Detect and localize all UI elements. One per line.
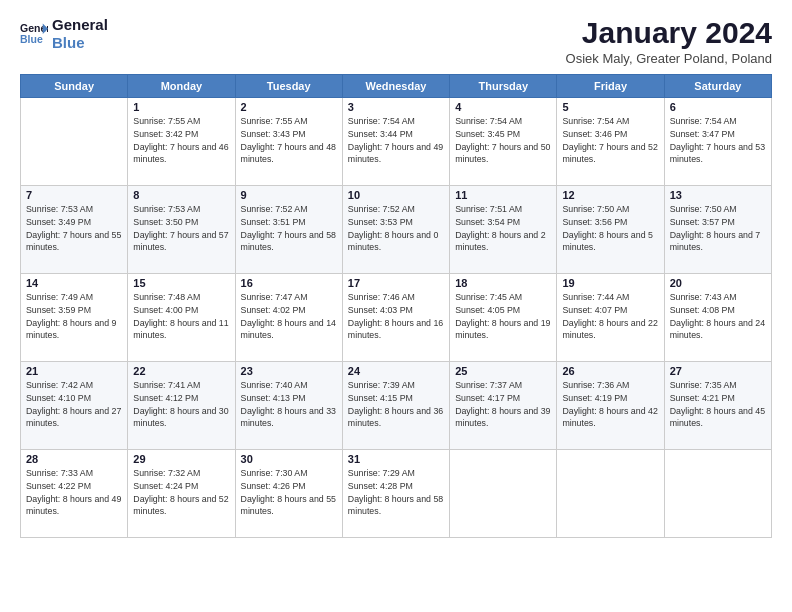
day-number: 9	[241, 189, 337, 201]
table-row	[664, 450, 771, 538]
table-row: 11Sunrise: 7:51 AMSunset: 3:54 PMDayligh…	[450, 186, 557, 274]
day-info: Sunrise: 7:50 AMSunset: 3:56 PMDaylight:…	[562, 203, 658, 254]
day-info: Sunrise: 7:39 AMSunset: 4:15 PMDaylight:…	[348, 379, 444, 430]
day-info: Sunrise: 7:33 AMSunset: 4:22 PMDaylight:…	[26, 467, 122, 518]
day-info: Sunrise: 7:49 AMSunset: 3:59 PMDaylight:…	[26, 291, 122, 342]
table-row: 24Sunrise: 7:39 AMSunset: 4:15 PMDayligh…	[342, 362, 449, 450]
header-tuesday: Tuesday	[235, 75, 342, 98]
table-row: 31Sunrise: 7:29 AMSunset: 4:28 PMDayligh…	[342, 450, 449, 538]
day-info: Sunrise: 7:45 AMSunset: 4:05 PMDaylight:…	[455, 291, 551, 342]
table-row: 18Sunrise: 7:45 AMSunset: 4:05 PMDayligh…	[450, 274, 557, 362]
day-number: 18	[455, 277, 551, 289]
table-row: 25Sunrise: 7:37 AMSunset: 4:17 PMDayligh…	[450, 362, 557, 450]
table-row: 2Sunrise: 7:55 AMSunset: 3:43 PMDaylight…	[235, 98, 342, 186]
table-row: 9Sunrise: 7:52 AMSunset: 3:51 PMDaylight…	[235, 186, 342, 274]
table-row: 27Sunrise: 7:35 AMSunset: 4:21 PMDayligh…	[664, 362, 771, 450]
table-row: 8Sunrise: 7:53 AMSunset: 3:50 PMDaylight…	[128, 186, 235, 274]
day-number: 15	[133, 277, 229, 289]
day-number: 3	[348, 101, 444, 113]
day-info: Sunrise: 7:41 AMSunset: 4:12 PMDaylight:…	[133, 379, 229, 430]
calendar-week-5: 28Sunrise: 7:33 AMSunset: 4:22 PMDayligh…	[21, 450, 772, 538]
day-info: Sunrise: 7:52 AMSunset: 3:53 PMDaylight:…	[348, 203, 444, 254]
table-row: 21Sunrise: 7:42 AMSunset: 4:10 PMDayligh…	[21, 362, 128, 450]
day-number: 26	[562, 365, 658, 377]
day-info: Sunrise: 7:37 AMSunset: 4:17 PMDaylight:…	[455, 379, 551, 430]
day-info: Sunrise: 7:53 AMSunset: 3:49 PMDaylight:…	[26, 203, 122, 254]
day-info: Sunrise: 7:40 AMSunset: 4:13 PMDaylight:…	[241, 379, 337, 430]
day-info: Sunrise: 7:50 AMSunset: 3:57 PMDaylight:…	[670, 203, 766, 254]
header: General Blue General Blue January 2024 O…	[20, 16, 772, 66]
day-number: 31	[348, 453, 444, 465]
calendar-week-1: 1Sunrise: 7:55 AMSunset: 3:42 PMDaylight…	[21, 98, 772, 186]
day-info: Sunrise: 7:43 AMSunset: 4:08 PMDaylight:…	[670, 291, 766, 342]
table-row: 7Sunrise: 7:53 AMSunset: 3:49 PMDaylight…	[21, 186, 128, 274]
table-row: 10Sunrise: 7:52 AMSunset: 3:53 PMDayligh…	[342, 186, 449, 274]
day-info: Sunrise: 7:52 AMSunset: 3:51 PMDaylight:…	[241, 203, 337, 254]
day-info: Sunrise: 7:32 AMSunset: 4:24 PMDaylight:…	[133, 467, 229, 518]
table-row	[557, 450, 664, 538]
day-number: 1	[133, 101, 229, 113]
day-number: 14	[26, 277, 122, 289]
table-row	[450, 450, 557, 538]
day-info: Sunrise: 7:54 AMSunset: 3:47 PMDaylight:…	[670, 115, 766, 166]
day-info: Sunrise: 7:46 AMSunset: 4:03 PMDaylight:…	[348, 291, 444, 342]
day-number: 16	[241, 277, 337, 289]
calendar-table: Sunday Monday Tuesday Wednesday Thursday…	[20, 74, 772, 538]
day-info: Sunrise: 7:42 AMSunset: 4:10 PMDaylight:…	[26, 379, 122, 430]
table-row: 22Sunrise: 7:41 AMSunset: 4:12 PMDayligh…	[128, 362, 235, 450]
day-number: 30	[241, 453, 337, 465]
day-info: Sunrise: 7:48 AMSunset: 4:00 PMDaylight:…	[133, 291, 229, 342]
day-info: Sunrise: 7:44 AMSunset: 4:07 PMDaylight:…	[562, 291, 658, 342]
calendar-title: January 2024	[566, 16, 772, 49]
table-row: 13Sunrise: 7:50 AMSunset: 3:57 PMDayligh…	[664, 186, 771, 274]
table-row: 19Sunrise: 7:44 AMSunset: 4:07 PMDayligh…	[557, 274, 664, 362]
header-monday: Monday	[128, 75, 235, 98]
table-row: 28Sunrise: 7:33 AMSunset: 4:22 PMDayligh…	[21, 450, 128, 538]
table-row: 29Sunrise: 7:32 AMSunset: 4:24 PMDayligh…	[128, 450, 235, 538]
calendar-week-2: 7Sunrise: 7:53 AMSunset: 3:49 PMDaylight…	[21, 186, 772, 274]
day-info: Sunrise: 7:54 AMSunset: 3:45 PMDaylight:…	[455, 115, 551, 166]
table-row: 17Sunrise: 7:46 AMSunset: 4:03 PMDayligh…	[342, 274, 449, 362]
table-row: 4Sunrise: 7:54 AMSunset: 3:45 PMDaylight…	[450, 98, 557, 186]
logo: General Blue General Blue	[20, 16, 108, 52]
day-number: 28	[26, 453, 122, 465]
day-info: Sunrise: 7:55 AMSunset: 3:43 PMDaylight:…	[241, 115, 337, 166]
table-row: 15Sunrise: 7:48 AMSunset: 4:00 PMDayligh…	[128, 274, 235, 362]
logo-text: General Blue	[52, 16, 108, 52]
logo-icon: General Blue	[20, 20, 48, 48]
header-saturday: Saturday	[664, 75, 771, 98]
table-row: 14Sunrise: 7:49 AMSunset: 3:59 PMDayligh…	[21, 274, 128, 362]
day-number: 8	[133, 189, 229, 201]
calendar-week-4: 21Sunrise: 7:42 AMSunset: 4:10 PMDayligh…	[21, 362, 772, 450]
day-number: 5	[562, 101, 658, 113]
day-number: 25	[455, 365, 551, 377]
day-number: 20	[670, 277, 766, 289]
day-number: 27	[670, 365, 766, 377]
day-number: 29	[133, 453, 229, 465]
day-info: Sunrise: 7:51 AMSunset: 3:54 PMDaylight:…	[455, 203, 551, 254]
day-number: 4	[455, 101, 551, 113]
day-number: 6	[670, 101, 766, 113]
table-row: 5Sunrise: 7:54 AMSunset: 3:46 PMDaylight…	[557, 98, 664, 186]
day-number: 7	[26, 189, 122, 201]
day-number: 22	[133, 365, 229, 377]
table-row: 16Sunrise: 7:47 AMSunset: 4:02 PMDayligh…	[235, 274, 342, 362]
day-number: 21	[26, 365, 122, 377]
day-info: Sunrise: 7:47 AMSunset: 4:02 PMDaylight:…	[241, 291, 337, 342]
header-wednesday: Wednesday	[342, 75, 449, 98]
table-row: 3Sunrise: 7:54 AMSunset: 3:44 PMDaylight…	[342, 98, 449, 186]
day-number: 19	[562, 277, 658, 289]
day-number: 2	[241, 101, 337, 113]
day-info: Sunrise: 7:29 AMSunset: 4:28 PMDaylight:…	[348, 467, 444, 518]
calendar-subtitle: Osiek Maly, Greater Poland, Poland	[566, 51, 772, 66]
day-info: Sunrise: 7:53 AMSunset: 3:50 PMDaylight:…	[133, 203, 229, 254]
table-row: 12Sunrise: 7:50 AMSunset: 3:56 PMDayligh…	[557, 186, 664, 274]
table-row: 6Sunrise: 7:54 AMSunset: 3:47 PMDaylight…	[664, 98, 771, 186]
calendar-week-3: 14Sunrise: 7:49 AMSunset: 3:59 PMDayligh…	[21, 274, 772, 362]
day-number: 23	[241, 365, 337, 377]
day-number: 17	[348, 277, 444, 289]
day-info: Sunrise: 7:35 AMSunset: 4:21 PMDaylight:…	[670, 379, 766, 430]
svg-text:Blue: Blue	[20, 33, 43, 45]
table-row	[21, 98, 128, 186]
header-sunday: Sunday	[21, 75, 128, 98]
